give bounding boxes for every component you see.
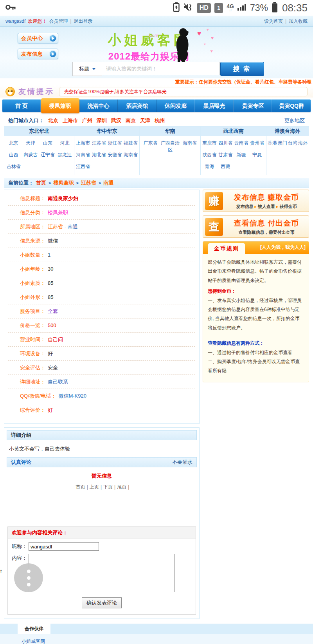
info-row: 价格一览：500	[8, 318, 195, 333]
add-favorite-link[interactable]: 加入收藏	[289, 18, 308, 25]
partner-link[interactable]: 小姐威客网	[22, 639, 45, 644]
region-link[interactable]: 香港	[267, 140, 277, 147]
gold-rules-tab[interactable]: 金币规则	[208, 243, 245, 254]
info-row: 所属地区：江苏省 - 南通	[8, 220, 195, 234]
breadcrumb-label: 当前位置：	[8, 178, 34, 188]
pagination-link[interactable]: 下页	[103, 484, 113, 490]
region-link[interactable]: 广西自治区	[160, 140, 180, 153]
search-category-dropdown[interactable]: 标题	[72, 62, 102, 76]
nickname-input[interactable]	[29, 542, 99, 551]
heart-icon: ♥	[204, 42, 206, 46]
pagination: 首页|上页|下页|尾页|	[7, 484, 197, 490]
info-label: 信息标题：	[20, 195, 45, 201]
hot-city-link[interactable]: 武汉	[111, 117, 121, 124]
region-link[interactable]: 黑龙江	[56, 152, 74, 158]
nav-item-3[interactable]: 洗浴中心	[79, 99, 118, 112]
info-row: 小姐数量：1	[8, 248, 195, 262]
hot-city-link[interactable]: 南京	[126, 117, 136, 124]
nav-item-1[interactable]: 首 页	[2, 99, 41, 112]
search-button[interactable]: 搜索	[220, 62, 264, 76]
hot-city-link[interactable]: 北京	[48, 117, 58, 124]
region-link[interactable]: 海外	[298, 140, 308, 147]
earn-coins-banner[interactable]: 赚 发布信息 赚取金币 发布信息▸被人查看▸获得金币	[203, 190, 309, 212]
member-manage-link[interactable]: 会员管理	[49, 18, 68, 25]
member-center-button[interactable]: 会员中心	[18, 33, 58, 43]
region-links: 北京天津山东河北山西内蒙古辽宁省黑龙江吉林省	[4, 136, 74, 175]
region-link[interactable]: 云南省	[233, 140, 249, 147]
pay-coins-banner[interactable]: 查 查看信息 付出金币 查看隐藏信息，需要付出金币	[203, 215, 309, 238]
region-link[interactable]: 江苏省	[91, 140, 107, 147]
region-link[interactable]: 河南省	[75, 152, 91, 158]
region-link[interactable]: 澳门	[277, 140, 288, 147]
set-homepage-link[interactable]: 设为首页	[264, 18, 283, 25]
sim1-badge: 1	[214, 3, 223, 13]
assistive-touch-button[interactable]	[14, 563, 43, 592]
member-center-label: 会员中心	[21, 35, 43, 42]
no-comments-label: 暂无信息	[7, 472, 197, 479]
info-value: 楼凤兼职	[48, 210, 68, 215]
more-regions-link[interactable]: 更多地区	[284, 117, 305, 124]
region-link[interactable]: 湖北省	[91, 152, 107, 158]
region-link[interactable]: 吉林省	[5, 163, 22, 170]
region-link[interactable]: 江西省	[75, 163, 91, 170]
hot-city-link[interactable]: 杭州	[155, 117, 165, 124]
comment-content-textarea[interactable]	[29, 554, 175, 592]
region-link[interactable]: 西藏	[218, 163, 234, 170]
region-link[interactable]: 台湾	[288, 140, 298, 147]
hot-city-link[interactable]: 深圳	[97, 117, 107, 124]
region-link[interactable]: 安徽省	[107, 152, 123, 158]
hot-city-link[interactable]: 上海市	[63, 117, 78, 124]
region-link[interactable]: 陕西省	[201, 152, 218, 158]
info-value: 好	[48, 351, 53, 356]
nav-item-6[interactable]: 黑店曝光	[195, 99, 234, 112]
hot-city-link[interactable]: 广州	[82, 117, 92, 124]
gold-rules-paragraph: 一、通过帖子的售价付出相应的金币查看	[208, 348, 304, 357]
region-link[interactable]: 河北	[56, 140, 74, 147]
publish-info-label: 发布信息	[21, 51, 43, 58]
region-link[interactable]: 青海	[201, 163, 218, 170]
region-link[interactable]: 北京	[5, 140, 22, 147]
gold-rules-box: 金币规则 [人人为我，我为人人] 部分帖子会隐藏具体地址和联系方式，需要付出金币…	[203, 241, 309, 382]
pagination-link[interactable]: 首页	[76, 484, 85, 490]
breadcrumb-link[interactable]: 首页	[36, 178, 46, 188]
nav-item-4[interactable]: 酒店宾馆	[118, 99, 156, 112]
region-link[interactable]: 辽宁省	[39, 152, 56, 158]
region-link[interactable]: 海南省	[180, 140, 200, 153]
region-link[interactable]: 重庆市	[201, 140, 218, 147]
region-link[interactable]: 湖南省	[123, 152, 139, 158]
pagination-link[interactable]: 上页	[90, 484, 99, 490]
info-row: 信息来源：微信	[8, 234, 195, 248]
breadcrumb-link[interactable]: 南通	[103, 178, 113, 188]
region-link[interactable]: 四川省	[218, 140, 234, 147]
submit-comment-button[interactable]: 确认发表评论	[82, 597, 122, 608]
region-link[interactable]: 山西	[5, 152, 22, 158]
pagination-separator: |	[128, 484, 129, 490]
region-link[interactable]: 贵州省	[249, 140, 265, 147]
info-label: 服务项目：	[20, 308, 45, 314]
region-link[interactable]: 广东省	[140, 140, 160, 153]
region-link[interactable]: 上海市	[75, 140, 91, 147]
region-link[interactable]: 新疆	[233, 152, 249, 158]
region-link[interactable]: 甘肃省	[218, 152, 234, 158]
region-link[interactable]: 福建省	[123, 140, 139, 147]
region-link[interactable]: 宁夏	[249, 152, 265, 158]
logout-link[interactable]: 退出登录	[74, 18, 93, 25]
nav-item-5[interactable]: 休闲发廊	[156, 99, 195, 112]
nav-item-2[interactable]: 楼凤兼职	[41, 98, 79, 113]
region-link[interactable]: 内蒙古	[22, 152, 40, 158]
region-link[interactable]: 山东	[39, 140, 56, 147]
nav-item-7[interactable]: 贵宾专区	[234, 99, 273, 112]
search-input[interactable]	[102, 62, 219, 75]
hot-city-link[interactable]: 天津	[140, 117, 150, 124]
region-link[interactable]: 天津	[22, 140, 40, 147]
breadcrumb-link[interactable]: 江苏省	[81, 178, 96, 188]
region-link[interactable]: 浙江省	[107, 140, 123, 147]
banner-subtitle-part: 获得金币	[280, 204, 297, 209]
region-column-5: 港澳台海外香港澳门台湾海外	[266, 127, 309, 175]
hd-badge: HD	[197, 3, 211, 13]
breadcrumb-link[interactable]: 楼凤兼职	[53, 178, 74, 188]
publish-info-button[interactable]: 发布信息	[18, 49, 58, 59]
pagination-link[interactable]: 尾页	[117, 484, 126, 490]
nav-item-8[interactable]: 贵宾QQ群	[272, 99, 311, 112]
comments-title: 认真评论	[11, 458, 31, 467]
